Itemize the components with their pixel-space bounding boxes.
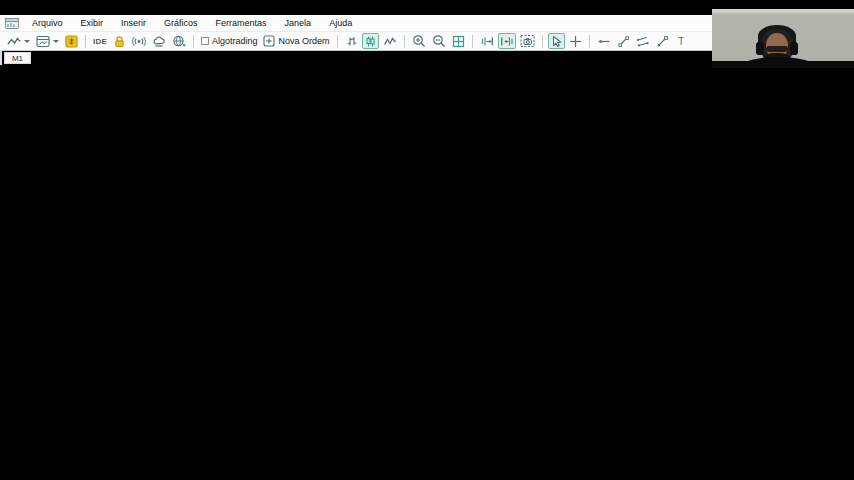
web-community-button[interactable] (170, 33, 188, 49)
grid-tile-icon (452, 35, 465, 48)
zoom-in-button[interactable] (410, 33, 428, 49)
chart-window-icon (5, 18, 19, 29)
menu-graficos[interactable]: Gráficos (155, 15, 207, 31)
lock-icon (113, 35, 126, 48)
signals-button[interactable] (130, 33, 148, 49)
chevron-down-icon (53, 40, 59, 43)
toolbar-separator (589, 35, 590, 48)
horizontal-line-icon (597, 35, 611, 48)
presenter-earcup-left (756, 42, 764, 55)
toolbar-separator (337, 35, 338, 48)
auto-scroll-icon (480, 35, 494, 48)
cursor-arrow-icon (550, 35, 563, 48)
line-chart-icon (7, 35, 21, 48)
trendline-icon (617, 35, 630, 48)
toolbar-separator (85, 35, 86, 48)
menu-ferramentas[interactable]: Ferramentas (207, 15, 276, 31)
diagonal-arrow-line-icon (656, 35, 669, 48)
menu-arquivo[interactable]: Arquivo (23, 15, 72, 31)
crosshair-icon (569, 35, 582, 48)
menu-janela[interactable]: Janela (276, 15, 321, 31)
equidistant-channel-tool-button[interactable] (634, 33, 652, 49)
tool-bar: IDE (0, 31, 712, 50)
screenshot-button[interactable] (518, 33, 537, 49)
bar-chart-icon (345, 35, 358, 48)
toolbar-separator (193, 35, 194, 48)
candlestick-chart-icon (364, 35, 377, 48)
candlestick-chart-button[interactable] (362, 33, 379, 49)
presenter-torso (712, 61, 854, 68)
horizontal-line-tool-button[interactable] (595, 33, 613, 49)
presenter-glasses (766, 46, 788, 52)
text-tool-label: T (678, 36, 684, 47)
zoom-out-button[interactable] (430, 33, 448, 49)
app-window-chrome: Arquivo Exibir Inserir Gráficos Ferramen… (0, 15, 712, 51)
nova-ordem-button[interactable]: Nova Ordem (261, 33, 331, 49)
antenna-signal-icon (132, 35, 146, 48)
menu-exibir[interactable]: Exibir (72, 15, 113, 31)
line-chart-button[interactable] (381, 33, 399, 49)
chart-shift-icon (500, 35, 514, 48)
lock-button[interactable] (111, 33, 128, 49)
screen: Arquivo Exibir Inserir Gráficos Ferramen… (0, 0, 854, 480)
window-left-edge (0, 50, 2, 65)
nova-ordem-label: Nova Ordem (278, 36, 329, 46)
algotrading-toggle[interactable]: Algotrading (199, 33, 260, 49)
cloud-button[interactable] (150, 33, 168, 49)
camera-icon (520, 34, 535, 48)
menu-bar: Arquivo Exibir Inserir Gráficos Ferramen… (0, 15, 712, 31)
zigzag-line-icon (383, 35, 397, 48)
market-watch-button[interactable] (63, 33, 80, 49)
auto-scroll-button[interactable] (478, 33, 496, 49)
channel-icon (636, 35, 650, 48)
cloud-icon (152, 35, 166, 48)
globe-icon (172, 35, 186, 48)
fibonacci-tool-button[interactable] (654, 33, 671, 49)
bar-chart-button[interactable] (343, 33, 360, 49)
metaeditor-ide-button[interactable]: IDE (91, 33, 109, 49)
algotrading-label: Algotrading (212, 36, 258, 46)
new-chart-button[interactable] (5, 33, 32, 49)
tile-windows-button[interactable] (450, 33, 467, 49)
toolbar-separator (542, 35, 543, 48)
chart-shift-button[interactable] (498, 33, 516, 49)
crosshair-tool-button[interactable] (567, 33, 584, 49)
chart-profile-icon (36, 35, 50, 48)
menu-inserir[interactable]: Inserir (112, 15, 155, 31)
presenter-earcup-right (790, 42, 798, 55)
webcam-overlay (712, 9, 854, 68)
menu-ajuda[interactable]: Ajuda (320, 15, 361, 31)
zoom-out-icon (432, 34, 446, 48)
chevron-down-icon (24, 40, 30, 43)
toolbar-separator (404, 35, 405, 48)
trendline-tool-button[interactable] (615, 33, 632, 49)
chart-area[interactable] (0, 65, 854, 480)
profiles-button[interactable] (34, 33, 61, 49)
text-tool-button[interactable]: T (673, 33, 690, 49)
market-watch-icon (65, 35, 78, 48)
ide-label: IDE (93, 37, 107, 46)
zoom-in-icon (412, 34, 426, 48)
toolbar-separator (472, 35, 473, 48)
timeframe-tab-m1[interactable]: M1 (4, 52, 31, 64)
algotrading-checkbox[interactable] (201, 37, 209, 45)
cursor-tool-button[interactable] (548, 33, 565, 49)
new-order-plus-icon (263, 35, 275, 47)
